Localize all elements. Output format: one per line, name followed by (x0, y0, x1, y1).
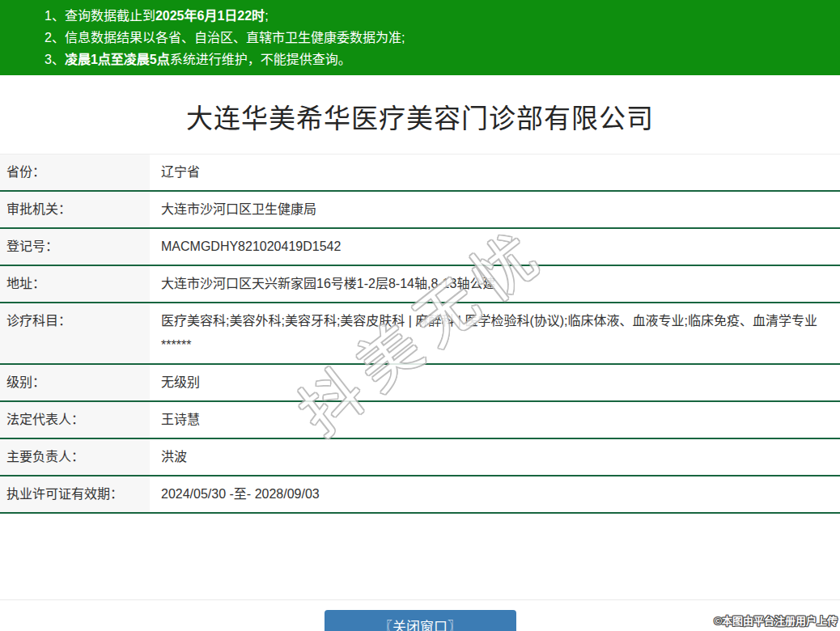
notice-text: ; (265, 9, 268, 23)
table-row-legal-representative: 法定代表人： 王诗慧 (0, 401, 840, 438)
notice-line-3: 3、凌晨1点至凌晨5点系统进行维护，不能提供查询。 (0, 49, 840, 70)
notice-line-1: 1、查询数据截止到2025年6月1日22时; (0, 5, 840, 27)
row-value: 大连市沙河口区卫生健康局 (150, 191, 840, 228)
row-value: MACMGDHY821020419D1542 (150, 228, 840, 265)
row-value: 洪波 (150, 438, 840, 476)
row-label: 主要负责人： (0, 438, 150, 476)
upload-note-watermark: ©本图由平台注册用户上传 (714, 612, 838, 628)
row-value: 2024/05/30 -至- 2028/09/03 (150, 476, 840, 513)
table-row-registration-number: 登记号： MACMGDHY821020419D1542 (0, 228, 840, 265)
row-label: 审批机关： (0, 191, 150, 228)
table-row-level: 级别： 无级别 (0, 364, 840, 401)
row-label: 地址： (0, 265, 150, 303)
row-value-line1: 医疗美容科;美容外科;美容牙科;美容皮肤科 | 麻醉科 | 医学检验科(协议);… (161, 309, 821, 333)
notice-text: 信息数据结果以各省、自治区、直辖市卫生健康委数据为准; (65, 31, 405, 44)
row-value-line2: ****** (161, 333, 821, 358)
table-row-address: 地址： 大连市沙河口区天兴新家园16号楼1-2层8-14轴,8-13轴公建 (0, 265, 840, 303)
row-label: 执业许可证有效期： (0, 476, 150, 513)
table-row-principal: 主要负责人： 洪波 (0, 438, 840, 476)
notice-line-2: 2、信息数据结果以各省、自治区、直辖市卫生健康委数据为准; (0, 27, 840, 49)
close-window-button[interactable]: 〖关闭窗口〗 (325, 610, 516, 631)
notice-text: 系统进行维护，不能提供查询。 (170, 53, 351, 66)
notice-number: 2、 (45, 31, 65, 44)
row-label: 省份： (0, 155, 150, 192)
row-value: 王诗慧 (150, 401, 840, 438)
row-value: 无级别 (150, 364, 840, 401)
row-value: 医疗美容科;美容外科;美容牙科;美容皮肤科 | 麻醉科 | 医学检验科(协议);… (150, 303, 840, 364)
notice-banner: 1、查询数据截止到2025年6月1日22时; 2、信息数据结果以各省、自治区、直… (0, 0, 840, 75)
page-title: 大连华美希华医疗美容门诊部有限公司 (0, 75, 840, 154)
row-label: 登记号： (0, 228, 150, 265)
notice-number: 3、 (45, 53, 65, 66)
license-details-table: 省份： 辽宁省 审批机关： 大连市沙河口区卫生健康局 登记号： MACMGDHY… (0, 154, 840, 514)
table-row-medical-subjects: 诊疗科目： 医疗美容科;美容外科;美容牙科;美容皮肤科 | 麻醉科 | 医学检验… (0, 303, 840, 364)
notice-number: 1、 (45, 9, 65, 23)
whitespace-spacer (0, 514, 840, 599)
table-row-approval-authority: 审批机关： 大连市沙河口区卫生健康局 (0, 191, 840, 228)
notice-text-bold: 凌晨1点至凌晨5点 (65, 53, 170, 66)
notice-text-bold: 2025年6月1日22时 (155, 9, 265, 23)
notice-text: 查询数据截止到 (65, 9, 155, 23)
row-label: 诊疗科目： (0, 303, 150, 364)
table-row-license-validity: 执业许可证有效期： 2024/05/30 -至- 2028/09/03 (0, 476, 840, 513)
row-value: 大连市沙河口区天兴新家园16号楼1-2层8-14轴,8-13轴公建 (150, 265, 840, 303)
row-value: 辽宁省 (150, 155, 840, 192)
table-row-province: 省份： 辽宁省 (0, 155, 840, 192)
row-label: 法定代表人： (0, 401, 150, 438)
row-label: 级别： (0, 364, 150, 401)
